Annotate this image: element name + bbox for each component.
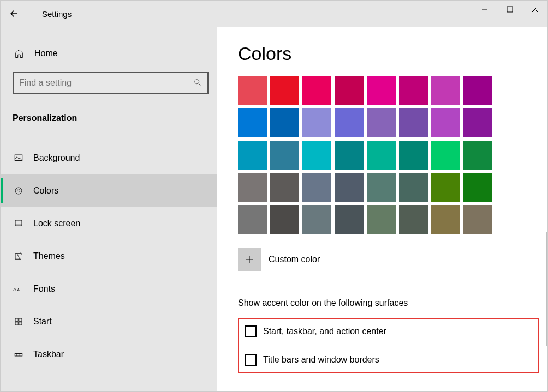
color-swatch[interactable] bbox=[463, 173, 492, 202]
minimize-icon bbox=[481, 6, 488, 13]
svg-text:A: A bbox=[13, 287, 17, 292]
nav-icon bbox=[13, 317, 25, 327]
nav-item-fonts[interactable]: AAFonts bbox=[1, 273, 217, 305]
nav-item-taskbar[interactable]: Taskbar bbox=[1, 338, 217, 371]
nav-label: Background bbox=[33, 153, 80, 163]
color-swatch[interactable] bbox=[335, 173, 364, 202]
window-title: Settings bbox=[42, 9, 72, 19]
color-swatch[interactable] bbox=[399, 76, 428, 105]
color-swatch[interactable] bbox=[302, 205, 331, 234]
nav-icon bbox=[13, 186, 25, 196]
search-icon bbox=[193, 78, 202, 88]
color-swatch[interactable] bbox=[302, 173, 331, 202]
page-heading: Colors bbox=[238, 43, 547, 64]
nav-item-lock-screen[interactable]: Lock screen bbox=[1, 207, 217, 240]
nav-item-themes[interactable]: Themes bbox=[1, 240, 217, 273]
color-swatch[interactable] bbox=[431, 173, 460, 202]
color-swatch[interactable] bbox=[463, 108, 492, 137]
color-swatch[interactable] bbox=[270, 205, 299, 234]
color-swatch[interactable] bbox=[302, 76, 331, 105]
nav-item-background[interactable]: Background bbox=[1, 142, 217, 174]
back-button[interactable] bbox=[1, 1, 27, 27]
color-swatch[interactable] bbox=[367, 76, 396, 105]
color-swatch[interactable] bbox=[367, 205, 396, 234]
svg-rect-19 bbox=[19, 322, 22, 325]
color-swatch[interactable] bbox=[399, 108, 428, 137]
color-swatch[interactable] bbox=[431, 76, 460, 105]
maximize-button[interactable] bbox=[497, 1, 522, 18]
color-swatch[interactable] bbox=[463, 205, 492, 234]
color-swatch[interactable] bbox=[270, 141, 299, 170]
checkbox-row-title-bars[interactable]: Title bars and window borders bbox=[245, 354, 533, 366]
home-label: Home bbox=[34, 49, 58, 58]
color-swatch[interactable] bbox=[367, 173, 396, 202]
titlebar: Settings bbox=[1, 1, 547, 27]
color-swatch[interactable] bbox=[238, 76, 267, 105]
nav-item-start[interactable]: Start bbox=[1, 305, 217, 338]
color-swatch[interactable] bbox=[463, 76, 492, 105]
svg-rect-12 bbox=[15, 225, 22, 226]
scrollbar[interactable] bbox=[546, 232, 547, 346]
nav-label: Taskbar bbox=[33, 349, 64, 359]
color-swatch[interactable] bbox=[238, 108, 267, 137]
nav-icon: AA bbox=[13, 284, 25, 294]
checkbox-icon bbox=[245, 325, 257, 337]
checkbox-label: Title bars and window borders bbox=[263, 355, 379, 365]
svg-point-10 bbox=[19, 191, 20, 192]
color-swatch[interactable] bbox=[238, 205, 267, 234]
color-swatch[interactable] bbox=[238, 173, 267, 202]
color-swatch[interactable] bbox=[270, 173, 299, 202]
svg-rect-18 bbox=[15, 322, 18, 325]
main-content: Colors Custom color Show accent color on… bbox=[217, 27, 547, 391]
custom-color-label: Custom color bbox=[269, 255, 320, 264]
color-swatch[interactable] bbox=[335, 76, 364, 105]
sidebar: Home Personalization BackgroundColorsLoc… bbox=[1, 27, 217, 391]
svg-line-5 bbox=[199, 83, 200, 85]
nav-label: Start bbox=[33, 317, 52, 327]
nav-icon bbox=[13, 153, 25, 163]
color-swatch[interactable] bbox=[399, 141, 428, 170]
svg-rect-17 bbox=[19, 318, 22, 321]
svg-rect-16 bbox=[15, 318, 18, 321]
color-swatch[interactable] bbox=[431, 108, 460, 137]
color-swatch[interactable] bbox=[302, 108, 331, 137]
nav-label: Colors bbox=[33, 186, 58, 196]
svg-point-7 bbox=[15, 188, 22, 194]
color-swatch[interactable] bbox=[399, 173, 428, 202]
color-swatch[interactable] bbox=[270, 108, 299, 137]
color-swatch[interactable] bbox=[270, 76, 299, 105]
color-swatch[interactable] bbox=[335, 141, 364, 170]
search-input[interactable] bbox=[19, 78, 184, 88]
nav-list: BackgroundColorsLock screenThemesAAFonts… bbox=[1, 142, 217, 371]
color-swatch[interactable] bbox=[302, 141, 331, 170]
color-swatch[interactable] bbox=[367, 108, 396, 137]
checkbox-row-start-taskbar[interactable]: Start, taskbar, and action center bbox=[245, 325, 533, 337]
color-grid bbox=[238, 76, 547, 234]
minimize-button[interactable] bbox=[472, 1, 497, 18]
color-swatch[interactable] bbox=[335, 108, 364, 137]
color-swatch[interactable] bbox=[399, 205, 428, 234]
color-swatch[interactable] bbox=[431, 141, 460, 170]
arrow-left-icon bbox=[9, 9, 19, 19]
home-link[interactable]: Home bbox=[1, 40, 217, 67]
custom-color-button[interactable] bbox=[238, 248, 261, 271]
checkbox-label: Start, taskbar, and action center bbox=[263, 327, 386, 336]
nav-icon bbox=[13, 251, 25, 261]
nav-item-colors[interactable]: Colors bbox=[1, 174, 217, 207]
plus-icon bbox=[245, 255, 254, 264]
search-box[interactable] bbox=[13, 72, 209, 94]
color-swatch[interactable] bbox=[335, 205, 364, 234]
color-swatch[interactable] bbox=[463, 141, 492, 170]
checkbox-icon bbox=[245, 354, 257, 366]
svg-point-9 bbox=[19, 189, 20, 190]
highlight-box: Start, taskbar, and action center Title … bbox=[238, 318, 539, 373]
color-swatch[interactable] bbox=[431, 205, 460, 234]
section-label: Show accent color on the following surfa… bbox=[238, 298, 547, 308]
nav-label: Themes bbox=[33, 251, 65, 261]
nav-label: Fonts bbox=[33, 284, 55, 294]
close-button[interactable] bbox=[522, 1, 547, 18]
color-swatch[interactable] bbox=[238, 141, 267, 170]
svg-point-8 bbox=[17, 190, 18, 191]
color-swatch[interactable] bbox=[367, 141, 396, 170]
nav-icon bbox=[13, 349, 25, 359]
